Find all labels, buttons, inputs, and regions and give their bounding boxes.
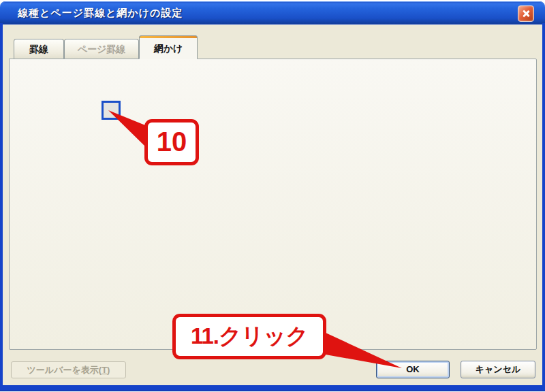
window-border-bottom [0,385,545,391]
tab-borders[interactable]: 罫線 [14,39,64,59]
window-title: 線種とページ罫線と網かけの設定 [18,7,183,20]
window-border-right [542,23,545,388]
shading-tab-page [9,59,537,350]
borders-and-shading-dialog: 線種とページ罫線と網かけの設定 罫線 ページ罫線 網かけ 背景の色 塗りつぶしな… [0,0,545,392]
callout-step-11: 11.クリック [172,314,326,359]
close-button[interactable] [518,5,534,22]
callout-step-10: 10 [144,119,199,165]
palette-color-cell[interactable] [104,103,119,118]
ok-button[interactable]: OK [376,361,450,378]
cancel-button[interactable]: キャンセル [461,361,535,378]
title-bar[interactable]: 線種とページ罫線と網かけの設定 [0,1,545,24]
tab-shading[interactable]: 網かけ [139,35,198,59]
show-toolbar-button: ツールバーを表示(T) [11,361,126,378]
close-icon [522,10,530,18]
tab-page-borders[interactable]: ページ罫線 [64,39,139,59]
